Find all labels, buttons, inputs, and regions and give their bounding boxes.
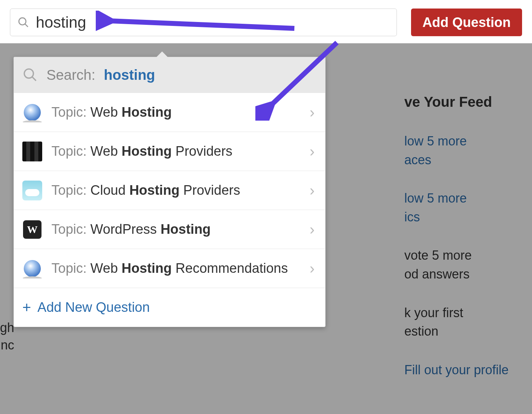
chevron-right-icon: ›: [310, 221, 317, 238]
svg-point-0: [19, 18, 26, 25]
suggestion-topic-wordpress-hosting[interactable]: W Topic: WordPress Hosting ›: [14, 210, 325, 249]
wordpress-icon: W: [22, 220, 42, 239]
suggestion-topic-web-hosting[interactable]: Topic: Web Hosting ›: [14, 93, 325, 132]
suggestion-topic-web-hosting-recommendations[interactable]: Topic: Web Hosting Recommendations ›: [14, 249, 325, 288]
search-term: hosting: [104, 67, 155, 83]
add-new-question-link[interactable]: + Add New Question: [14, 288, 325, 327]
svg-line-1: [25, 24, 28, 27]
top-bar: Add Question: [0, 0, 532, 43]
globe-icon: [22, 259, 42, 278]
chevron-right-icon: ›: [310, 260, 317, 277]
add-new-question-label: Add New Question: [38, 300, 150, 315]
search-suggestions-dropdown: Search: hosting Topic: Web Hosting › Top…: [13, 57, 326, 327]
svg-line-3: [32, 77, 36, 81]
suggestion-label: Topic: Cloud Hosting Providers: [51, 183, 300, 198]
chevron-right-icon: ›: [310, 143, 317, 160]
search-prefix-label: Search:: [46, 67, 95, 83]
svg-point-2: [24, 69, 34, 78]
plus-icon: +: [22, 299, 31, 316]
chevron-right-icon: ›: [310, 182, 317, 199]
search-box[interactable]: [10, 9, 397, 36]
search-icon: [17, 16, 29, 28]
cloud-icon: [22, 181, 42, 200]
servers-icon: [22, 142, 42, 161]
search-suggestion-search-row[interactable]: Search: hosting: [14, 57, 325, 93]
globe-icon: [22, 103, 42, 122]
suggestion-label: Topic: WordPress Hosting: [51, 222, 300, 237]
suggestion-label: Topic: Web Hosting: [51, 105, 300, 120]
add-question-button[interactable]: Add Question: [411, 9, 522, 36]
suggestion-label: Topic: Web Hosting Recommendations: [51, 261, 300, 276]
chevron-right-icon: ›: [310, 104, 317, 121]
suggestion-topic-cloud-hosting-providers[interactable]: Topic: Cloud Hosting Providers ›: [14, 171, 325, 210]
search-input[interactable]: [36, 13, 389, 31]
suggestion-topic-web-hosting-providers[interactable]: Topic: Web Hosting Providers ›: [14, 132, 325, 171]
suggestion-label: Topic: Web Hosting Providers: [51, 144, 300, 159]
search-icon: [22, 67, 38, 83]
